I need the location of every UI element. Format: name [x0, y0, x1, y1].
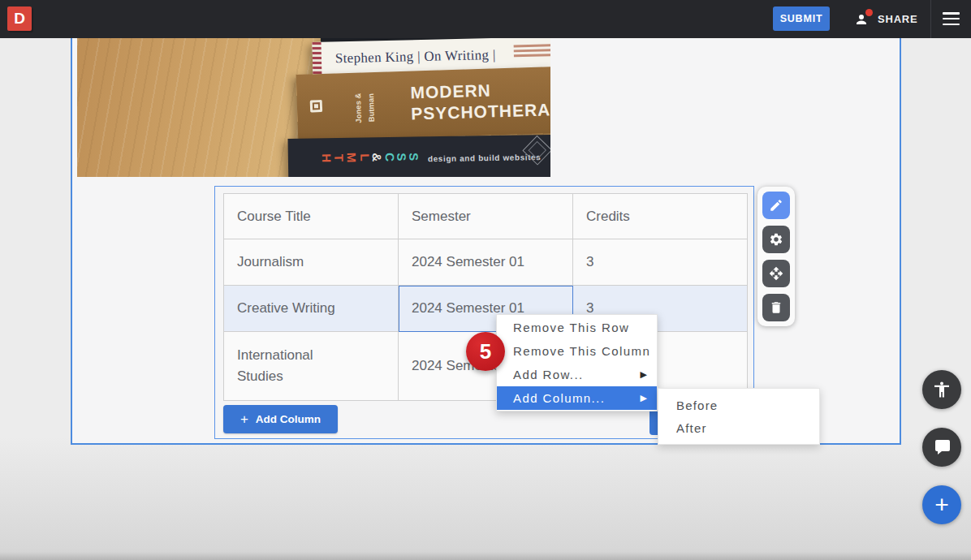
menu-item-add-row[interactable]: Add Row... ▶ — [497, 363, 657, 386]
plus-icon: + — [934, 493, 949, 517]
gear-icon — [769, 232, 783, 247]
share-label: SHARE — [878, 13, 918, 25]
book2-title-line2: PSYCHOTHERAPI — [411, 99, 550, 125]
top-bar: D SUBMIT SHARE — [0, 0, 971, 38]
book1-fine-print — [514, 44, 550, 59]
feedback-chat-button[interactable] — [922, 428, 961, 467]
move-button[interactable] — [762, 260, 790, 287]
publisher-logo — [310, 100, 322, 112]
book-html-css: H T M L & C S S design and build website… — [288, 135, 550, 177]
table-context-menu: Remove This Row Remove This Column Add R… — [496, 314, 658, 411]
book3-tagline: design and build websites — [428, 153, 542, 163]
edit-button[interactable] — [762, 192, 790, 219]
add-column-button[interactable]: + Add Column — [223, 405, 338, 433]
widget-toolbar — [757, 187, 795, 326]
app-logo[interactable]: D — [7, 6, 32, 31]
book2-author-line1: Jones & — [353, 88, 364, 128]
divider — [930, 0, 931, 38]
add-widget-button[interactable]: + — [922, 485, 961, 524]
submenu-item-after[interactable]: After — [658, 417, 819, 440]
add-column-label: Add Column — [256, 413, 321, 425]
book2-authors: Jones & Butman — [343, 85, 381, 128]
cell-course[interactable]: Creative Writing — [224, 286, 399, 332]
table-row: Journalism 2024 Semester 01 3 — [224, 239, 748, 286]
accessibility-icon — [932, 380, 952, 399]
submenu-item-before[interactable]: Before — [658, 394, 819, 417]
menu-item-add-column[interactable]: Add Column... ▶ — [497, 386, 657, 410]
settings-button[interactable] — [762, 226, 790, 253]
share-button[interactable]: SHARE — [854, 8, 918, 29]
hamburger-menu-icon[interactable] — [943, 12, 960, 26]
book1-title: Stephen King | On Writing | — [335, 47, 496, 67]
cell-semester[interactable]: 2024 Semester 01 — [399, 239, 573, 286]
editor-canvas: Stephen King | On Writing | Jones & Butm… — [0, 0, 971, 560]
book2-author-line2: Butman — [366, 87, 377, 127]
person-icon — [854, 10, 872, 28]
cell-course[interactable]: International Studies — [224, 332, 399, 401]
notification-dot — [865, 9, 873, 16]
submenu-arrow-icon: ▶ — [641, 386, 647, 410]
menu-item-remove-row[interactable]: Remove This Row — [497, 316, 657, 339]
hero-image[interactable]: Stephen King | On Writing | Jones & Butm… — [77, 38, 550, 177]
plus-icon: + — [240, 412, 248, 426]
accessibility-button[interactable] — [922, 370, 961, 409]
submit-button[interactable]: SUBMIT — [773, 6, 830, 31]
add-column-submenu: Before After — [658, 388, 820, 445]
menu-item-remove-column[interactable]: Remove This Column — [497, 339, 657, 363]
table-row-selected: Creative Writing 2024 Semester 01 3 — [224, 286, 748, 332]
cell-course[interactable]: Journalism — [224, 239, 399, 286]
trash-icon — [769, 300, 783, 315]
book-modern-psychotherapies: Jones & Butman MODERN PSYCHOTHERAPI — [296, 67, 550, 141]
header-cell-credits[interactable]: Credits — [573, 194, 748, 239]
cell-credits[interactable]: 3 — [573, 239, 748, 286]
chat-bubble-icon — [932, 437, 952, 457]
move-arrows-icon — [769, 266, 783, 281]
step-number-badge: 5 — [466, 332, 505, 371]
pencil-icon — [769, 198, 783, 213]
bottom-shadow — [0, 552, 971, 560]
header-cell-semester[interactable]: Semester — [399, 194, 573, 239]
delete-button[interactable] — [762, 294, 790, 321]
book2-title: MODERN PSYCHOTHERAPI — [410, 78, 550, 125]
header-cell-course-title[interactable]: Course Title — [224, 194, 399, 239]
table-header-row: Course Title Semester Credits — [224, 194, 748, 239]
submenu-arrow-icon: ▶ — [641, 363, 647, 386]
book3-title-letters: H T M L & C S S — [322, 149, 419, 165]
